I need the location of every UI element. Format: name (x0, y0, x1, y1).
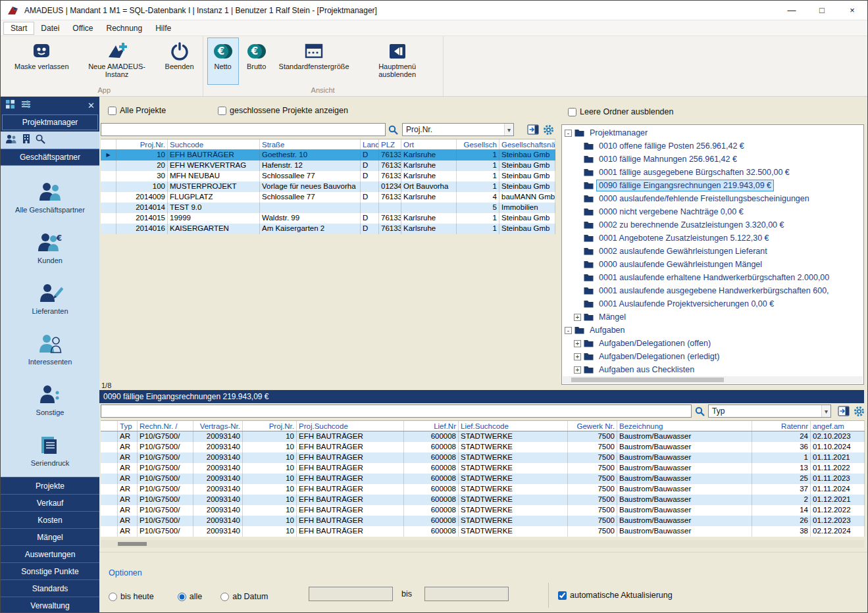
sidebar-nav-kosten[interactable]: Kosten (1, 511, 99, 528)
sidebar-nav-mängel[interactable]: Mängel (1, 528, 99, 545)
geschlossene-projekte-checkbox-input[interactable] (218, 107, 226, 115)
goto-icon[interactable] (527, 124, 539, 135)
column-header-gewerk-nr[interactable]: Gewerk Nr. (568, 421, 617, 431)
column-header-straße[interactable]: Straße (260, 139, 361, 149)
leere-ordner-checkbox-input[interactable] (568, 108, 576, 116)
maximize-button[interactable]: □ (807, 1, 837, 20)
tree-item-0000-auslaufende-gewährleistungen-mängel[interactable]: 0000 auslaufende Gewährleistungen Mängel (562, 258, 863, 271)
column-header-ort[interactable]: Ort (401, 139, 457, 149)
column-header-bezeichnung[interactable]: Bezeichnung (617, 421, 752, 431)
checkbox-leere-ordner[interactable]: Leere Ordner ausblenden (568, 107, 673, 116)
close-button[interactable]: × (837, 1, 867, 20)
checkbox-geschlossene-projekte[interactable]: geschlossene Projekte anzeigen (218, 106, 348, 115)
tree-item-0000-auslaufende-fehlende-freistellungsbescheinigungen[interactable]: 0000 auslaufende/fehlende Freistellungsb… (562, 192, 863, 205)
tree-item-0001-fällige-ausgegebene-bürgschaften-32-500-00[interactable]: 0001 fällige ausgegebene Bürgschaften 32… (562, 166, 863, 179)
tree-item-aufgaben-delegationen-offen[interactable]: +Aufgaben/Delegationen (offen) (562, 337, 863, 350)
ribbon-button-hauptmenü-ausblenden[interactable]: Hauptmenü ausblenden (356, 37, 439, 85)
tree-item-0002-auslaufende-gewährleistungen-lieferant[interactable]: 0002 auslaufende Gewährleistungen Liefer… (562, 245, 863, 258)
auto-refresh-checkbox[interactable]: automatische Aktualisierung (558, 591, 673, 600)
sidebar-nav-projekte[interactable]: Projekte (1, 477, 99, 494)
tree-item-0001-auslaufende-erhaltene-handwerkerbürgschaften-2-000-00[interactable]: 0001 auslaufende erhaltene Handwerkerbür… (562, 271, 863, 284)
sliders-icon[interactable] (21, 99, 31, 112)
tree-horizontal-scrollbar[interactable] (563, 376, 863, 383)
sidebar-nav-verwaltung[interactable]: Verwaltung (1, 597, 99, 613)
radio-bis-heute[interactable]: bis heute (109, 592, 154, 601)
invoice-search-input[interactable] (101, 405, 692, 418)
invoice-row[interactable]: ARP10/G7500/2009314010EFH BAUTRÄGER60000… (101, 484, 865, 495)
project-row[interactable]: 2014016KAISERGARTENAm Kaisergarten 2D761… (101, 224, 555, 234)
radio-ab-datum[interactable]: ab Datum (220, 592, 268, 601)
invoice-row[interactable]: ARP10/G7500/2009314010EFH BAUTRÄGER60000… (101, 431, 865, 442)
sidebar-nav-sonstige-punkte[interactable]: Sonstige Punkte (1, 562, 99, 579)
people-small-icon[interactable] (5, 134, 17, 147)
ribbon-button-standardfenstergröße[interactable]: Standardfenstergröße (274, 37, 354, 85)
project-row[interactable]: 30MFH NEUBAUSchlossallee 77D76133Karlsru… (101, 171, 555, 182)
goto-icon[interactable] (838, 406, 850, 416)
column-header-gesellschaftsnä[interactable]: Gesellschaftsnä (499, 139, 555, 149)
collapse-icon[interactable]: - (565, 327, 572, 334)
invoice-row[interactable]: ARP10/G7500/2009314010EFH BAUTRÄGER60000… (101, 526, 865, 537)
invoice-row[interactable]: ARP10/G7500/2009314010EFH BAUTRÄGER60000… (101, 505, 865, 516)
project-row[interactable]: 201401519999Waldstr. 99D76133Karlsruhe1S… (101, 213, 555, 224)
column-header-proj-suchcode[interactable]: Proj.Suchcode (297, 421, 404, 431)
menu-item-datei[interactable]: Datei (34, 22, 66, 34)
scrollbar-thumb[interactable] (571, 378, 724, 382)
column-header-angef-am[interactable]: angef.am (811, 421, 865, 431)
expand-icon[interactable]: + (574, 366, 581, 374)
section-button-geschaeftspartner[interactable]: Geschäftspartner (1, 149, 99, 166)
gear-icon[interactable] (543, 124, 554, 135)
alle-projekte-checkbox-input[interactable] (108, 107, 116, 115)
column-header-plz[interactable]: PLZ (379, 139, 401, 149)
layout-icon[interactable] (5, 99, 15, 112)
tree-item-0001-auslaufende-projektversicherungen-0-00[interactable]: 0001 Auslaufende Projektversicherungen 0… (562, 297, 863, 310)
project-row[interactable]: 2014014TEST 9.05Immobilien (101, 203, 555, 213)
building-small-icon[interactable] (22, 134, 31, 147)
date-to-input[interactable] (424, 587, 509, 601)
radio-input-bis-heute[interactable] (109, 593, 117, 601)
project-filter-combo[interactable]: Proj.Nr. ▾ (402, 123, 514, 136)
tree-item-0001-angebotene-zusatzleistungen-5-122-30[interactable]: 0001 Angebotene Zusatzleistungen 5.122,3… (562, 232, 863, 245)
column-header-proj-nr[interactable]: Proj.Nr. (116, 139, 168, 149)
sidebar-item-seriendruck[interactable]: Seriendruck (1, 424, 99, 475)
invoice-row[interactable]: ARP10/G7500/2009314010EFH BAUTRÄGER60000… (101, 516, 865, 526)
tree-item-0010-fällige-mahnungen-256-961-42[interactable]: 0010 fällige Mahnungen 256.961,42 € (562, 153, 863, 166)
project-search-input[interactable] (101, 123, 386, 136)
tree-item-aufgaben-aus-checklisten[interactable]: +Aufgaben aus Checklisten (562, 363, 863, 376)
expand-icon[interactable]: + (574, 314, 581, 321)
menu-item-rechnung[interactable]: Rechnung (99, 22, 149, 34)
invoice-row[interactable]: ARP10/G7500/2009314010EFH BAUTRÄGER60000… (101, 453, 865, 463)
column-header-vertrags-nr[interactable]: Vertrags-Nr. (193, 421, 243, 431)
radio-alle[interactable]: alle (178, 592, 202, 601)
auto-refresh-input[interactable] (558, 591, 567, 600)
sidebar-nav-verkauf[interactable]: Verkauf (1, 494, 99, 511)
column-header-suchcode[interactable]: Suchcode (168, 139, 260, 149)
ribbon-button-beenden[interactable]: Beenden (161, 37, 199, 85)
tree-item-0002-zu-berechnende-zusatzleistungen-3-320-00[interactable]: 0002 zu berechnende Zusatzleistungen 3.3… (562, 218, 863, 232)
project-row[interactable]: ▶10EFH BAUTRÄGERGoethestr. 10D76133Karls… (101, 150, 555, 160)
date-from-input[interactable] (309, 587, 393, 601)
sidebar-item-lieferanten[interactable]: Lieferanten (1, 272, 99, 323)
column-header-typ[interactable]: Typ (118, 421, 138, 431)
expand-icon[interactable]: + (574, 353, 581, 360)
ribbon-button-brutto[interactable]: €Brutto (241, 37, 272, 85)
invoice-row[interactable]: ARP10/G7500/2009314010EFH BAUTRÄGER60000… (101, 463, 865, 474)
minimize-button[interactable]: — (777, 1, 807, 20)
invoice-row[interactable]: ARP10/G7500/2009314010EFH BAUTRÄGER60000… (101, 442, 865, 453)
project-row[interactable]: 2014009FLUGPLATZSchlossallee 77D76133Kar… (101, 192, 555, 203)
tree-item-0001-auslaufende-ausgegebene-handwerkerbürgschaften-600[interactable]: 0001 auslaufende ausgegebene Handwerkerb… (562, 284, 863, 297)
scrollbar-thumb[interactable] (118, 542, 147, 546)
column-header-lief-nr[interactable]: Lief.Nr (404, 421, 459, 431)
expand-icon[interactable]: + (574, 340, 581, 347)
column-header-gesellsch[interactable]: Gesellsch (457, 139, 499, 149)
ribbon-button-maske-verlassen[interactable]: Maske verlassen (10, 37, 74, 85)
column-header-ratennr[interactable]: Ratennr (752, 421, 811, 431)
gear-icon[interactable] (854, 406, 865, 417)
collapse-icon[interactable]: - (565, 130, 572, 137)
sidebar-nav-auswertungen[interactable]: Auswertungen (1, 545, 99, 562)
module-button-projektmanager[interactable]: Projektmanager (2, 114, 98, 130)
radio-input-alle[interactable] (178, 593, 186, 601)
tree-item-0090-fällige-eingangsrechnungen-219-943-09[interactable]: 0090 fällige Eingangsrechnungen 219.943,… (562, 179, 863, 192)
sidebar-item-alle-geschäftspartner[interactable]: Alle Geschäftspartner (1, 171, 99, 222)
column-header-rechn-nr[interactable]: Rechn.Nr. / (138, 421, 193, 431)
column-header-lief-suchcode[interactable]: Lief.Suchcode (459, 421, 568, 431)
